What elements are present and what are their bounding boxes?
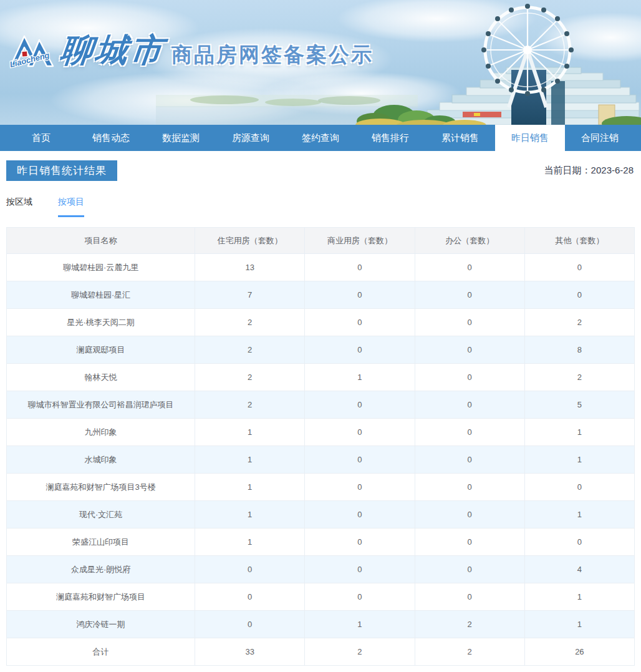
table-cell: 0 bbox=[415, 446, 524, 474]
nav-item-3[interactable]: 数据监测 bbox=[146, 125, 216, 151]
city-name: 聊城市 bbox=[59, 31, 167, 69]
table-cell: 0 bbox=[415, 309, 524, 336]
table-cell: 2 bbox=[305, 638, 415, 666]
table-cell: 0 bbox=[195, 611, 305, 638]
table-cell: 26 bbox=[524, 638, 634, 666]
table-cell: 1 bbox=[195, 419, 305, 446]
table-cell: 2 bbox=[195, 364, 305, 391]
table-cell: 0 bbox=[305, 501, 415, 528]
table-cell: 0 bbox=[305, 336, 415, 364]
table-cell: 13 bbox=[195, 254, 305, 281]
table-row: 澜庭观邸项目2008 bbox=[7, 336, 635, 364]
table-row: 聊城碧桂园·云麓九里13000 bbox=[7, 254, 635, 281]
table-cell: 0 bbox=[195, 556, 305, 583]
sales-statistics-table: 项目名称住宅用房（套数）商业用房（套数）办公（套数）其他（套数） 聊城碧桂园·云… bbox=[6, 227, 635, 666]
table-cell: 4 bbox=[524, 556, 634, 583]
table-cell: 0 bbox=[305, 309, 415, 336]
table-cell: 0 bbox=[415, 391, 524, 419]
banner-branding: Liaocheng 聊城市 商品房网签备案公示 bbox=[9, 31, 374, 71]
table-cell: 0 bbox=[305, 281, 415, 309]
table-cell: 九州印象 bbox=[7, 419, 195, 446]
tab-1[interactable]: 按区域 bbox=[6, 197, 32, 217]
table-row: 澜庭嘉苑和财智广场项目3号楼1000 bbox=[7, 474, 635, 501]
table-row: 水城印象1001 bbox=[7, 446, 635, 474]
table-cell: 1 bbox=[524, 419, 634, 446]
view-tabs: 按区域按项目 bbox=[6, 197, 635, 217]
table-cell: 0 bbox=[415, 419, 524, 446]
table-row: 翰林天悦2102 bbox=[7, 364, 635, 391]
table-cell: 8 bbox=[524, 336, 634, 364]
table-cell: 澜庭嘉苑和财智广场项目3号楼 bbox=[7, 474, 195, 501]
table-cell: 0 bbox=[415, 556, 524, 583]
table-cell: 0 bbox=[415, 281, 524, 309]
tab-2[interactable]: 按项目 bbox=[58, 197, 84, 217]
nav-item-5[interactable]: 签约查询 bbox=[286, 125, 355, 151]
table-cell: 0 bbox=[305, 556, 415, 583]
table-cell: 0 bbox=[195, 583, 305, 611]
table-cell: 0 bbox=[305, 446, 415, 474]
table-cell: 0 bbox=[524, 254, 634, 281]
table-cell: 0 bbox=[305, 419, 415, 446]
table-head: 项目名称住宅用房（套数）商业用房（套数）办公（套数）其他（套数） bbox=[7, 228, 635, 254]
table-cell: 2 bbox=[524, 364, 634, 391]
table-cell: 1 bbox=[524, 446, 634, 474]
table-total-row: 合计332226 bbox=[7, 638, 635, 666]
table-cell: 翰林天悦 bbox=[7, 364, 195, 391]
table-cell: 鸿庆冷链一期 bbox=[7, 611, 195, 638]
nav-item-9[interactable]: 合同注销 bbox=[565, 125, 635, 151]
table-cell: 1 bbox=[195, 446, 305, 474]
table-cell: 澜庭嘉苑和财智广场项目 bbox=[7, 583, 195, 611]
nav-item-2[interactable]: 销售动态 bbox=[76, 125, 146, 151]
table-header-row: 项目名称住宅用房（套数）商业用房（套数）办公（套数）其他（套数） bbox=[7, 228, 635, 254]
table-cell: 1 bbox=[195, 501, 305, 528]
table-cell: 2 bbox=[415, 638, 524, 666]
table-cell: 1 bbox=[524, 501, 634, 528]
table-cell: 水城印象 bbox=[7, 446, 195, 474]
table-cell: 0 bbox=[305, 528, 415, 556]
table-cell: 聊城碧桂园·星汇 bbox=[7, 281, 195, 309]
table-cell: 0 bbox=[415, 336, 524, 364]
table-cell: 33 bbox=[195, 638, 305, 666]
nav-item-6[interactable]: 销售排行 bbox=[355, 125, 425, 151]
table-row: 众成星光·朗悦府0004 bbox=[7, 556, 635, 583]
site-title: 商品房网签备案公示 bbox=[171, 42, 374, 67]
table-row: 聊城市科智置业有限公司裕昌润珺庐项目2005 bbox=[7, 391, 635, 419]
nav-bar-items: 首页销售动态数据监测房源查询签约查询销售排行累计销售昨日销售合同注销 bbox=[6, 125, 635, 151]
table-row: 荣盛江山印项目1000 bbox=[7, 528, 635, 556]
table-cell: 0 bbox=[415, 254, 524, 281]
nav-item-4[interactable]: 房源查询 bbox=[216, 125, 286, 151]
table-cell: 合计 bbox=[7, 638, 195, 666]
nav-item-7[interactable]: 累计销售 bbox=[425, 125, 495, 151]
nav-item-8[interactable]: 昨日销售 bbox=[495, 125, 565, 151]
column-header: 项目名称 bbox=[7, 228, 195, 254]
table-cell: 0 bbox=[524, 281, 634, 309]
table-row: 鸿庆冷链一期0121 bbox=[7, 611, 635, 638]
table-cell: 0 bbox=[415, 364, 524, 391]
mountain-m-logo-icon: Liaocheng bbox=[9, 31, 54, 71]
table-cell: 0 bbox=[305, 254, 415, 281]
table-cell: 澜庭观邸项目 bbox=[7, 336, 195, 364]
table-cell: 2 bbox=[415, 611, 524, 638]
table-cell: 1 bbox=[195, 474, 305, 501]
table-row: 聊城碧桂园·星汇7000 bbox=[7, 281, 635, 309]
table-cell: 星光·桃李天阅二期 bbox=[7, 309, 195, 336]
banner: Liaocheng 聊城市 商品房网签备案公示 bbox=[0, 0, 641, 125]
table-body: 聊城碧桂园·云麓九里13000聊城碧桂园·星汇7000星光·桃李天阅二期2002… bbox=[7, 254, 635, 666]
main-content: 昨日销售统计结果 当前日期：2023-6-28 按区域按项目 项目名称住宅用房（… bbox=[0, 160, 641, 666]
table-cell: 5 bbox=[524, 391, 634, 419]
table-cell: 现代·文汇苑 bbox=[7, 501, 195, 528]
column-header: 办公（套数） bbox=[415, 228, 524, 254]
table-cell: 0 bbox=[524, 474, 634, 501]
table-cell: 0 bbox=[305, 474, 415, 501]
table-cell: 2 bbox=[195, 309, 305, 336]
table-cell: 聊城碧桂园·云麓九里 bbox=[7, 254, 195, 281]
table-cell: 2 bbox=[524, 309, 634, 336]
table-cell: 0 bbox=[415, 501, 524, 528]
table-row: 星光·桃李天阅二期2002 bbox=[7, 309, 635, 336]
nav-item-1[interactable]: 首页 bbox=[6, 125, 76, 151]
table-cell: 2 bbox=[195, 391, 305, 419]
table-cell: 2 bbox=[195, 336, 305, 364]
table-row: 九州印象1001 bbox=[7, 419, 635, 446]
table-cell: 0 bbox=[305, 391, 415, 419]
table-cell: 0 bbox=[524, 528, 634, 556]
